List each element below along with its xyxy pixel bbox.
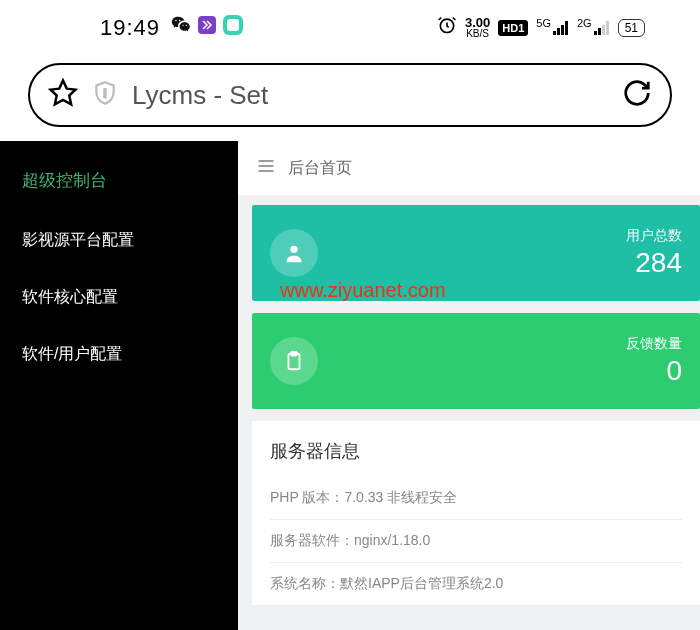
stat-right: 反馈数量 0 (626, 335, 682, 387)
status-bar: 19:49 3.00 KB/S HD1 5G 2G (0, 0, 700, 55)
star-icon[interactable] (48, 78, 78, 112)
status-left: 19:49 (100, 14, 244, 41)
svg-rect-5 (557, 28, 560, 35)
stat-card-users[interactable]: 用户总数 284 (252, 205, 700, 301)
status-time: 19:49 (100, 15, 160, 41)
sidebar-item-user-config[interactable]: 软件/用户配置 (0, 326, 238, 383)
network-speed: 3.00 KB/S (465, 16, 490, 39)
svg-rect-20 (291, 352, 297, 356)
info-title: 服务器信息 (270, 439, 682, 463)
info-row: 系统名称：默然IAPP后台管理系统2.0 (270, 563, 682, 605)
svg-point-13 (104, 89, 106, 91)
alarm-icon (437, 15, 457, 40)
sidebar-item-video-config[interactable]: 影视源平台配置 (0, 212, 238, 269)
url-bar-container: Lycms - Set (0, 55, 700, 141)
url-text[interactable]: Lycms - Set (132, 80, 608, 111)
status-app-icons (170, 14, 244, 41)
signal-5g: 5G (536, 21, 569, 35)
refresh-icon[interactable] (622, 78, 652, 112)
svg-rect-8 (594, 31, 597, 35)
svg-rect-2 (227, 19, 239, 31)
battery-indicator: 51 (618, 19, 645, 37)
stat-cards: 用户总数 284 反馈数量 0 服务器信息 PHP 版本：7.0.33 非线程安… (238, 195, 700, 605)
stat-value: 284 (626, 247, 682, 279)
signal-2g: 2G (577, 21, 610, 35)
svg-rect-7 (565, 21, 568, 35)
svg-point-18 (290, 246, 297, 253)
sidebar-item-core-config[interactable]: 软件核心配置 (0, 269, 238, 326)
svg-rect-9 (598, 28, 601, 35)
info-row: PHP 版本：7.0.33 非线程安全 (270, 477, 682, 520)
menu-icon[interactable] (256, 156, 276, 180)
info-row: 服务器软件：nginx/1.18.0 (270, 520, 682, 563)
stat-card-feedback[interactable]: 反馈数量 0 (252, 313, 700, 409)
svg-marker-12 (51, 81, 76, 105)
hd-badge: HD1 (498, 20, 528, 36)
stat-value: 0 (626, 355, 682, 387)
main-header: 后台首页 (238, 141, 700, 195)
page-title: 后台首页 (288, 158, 352, 179)
user-icon (270, 229, 318, 277)
stat-right: 用户总数 284 (626, 227, 682, 279)
svg-rect-4 (553, 31, 556, 35)
sidebar: 超级控制台 影视源平台配置 软件核心配置 软件/用户配置 (0, 141, 238, 630)
svg-rect-14 (104, 92, 105, 97)
clipboard-icon (270, 337, 318, 385)
app-icon-green (222, 14, 244, 41)
svg-rect-11 (606, 21, 609, 35)
server-info-panel: 服务器信息 PHP 版本：7.0.33 非线程安全 服务器软件：nginx/1.… (252, 421, 700, 605)
status-right: 3.00 KB/S HD1 5G 2G 51 (437, 15, 645, 40)
stat-label: 用户总数 (626, 227, 682, 245)
svg-rect-10 (602, 25, 605, 35)
url-bar[interactable]: Lycms - Set (28, 63, 672, 127)
wechat-icon (170, 14, 192, 41)
svg-rect-6 (561, 25, 564, 35)
app-icon-purple (198, 16, 216, 39)
stat-label: 反馈数量 (626, 335, 682, 353)
shield-icon[interactable] (92, 80, 118, 110)
app-area: 超级控制台 影视源平台配置 软件核心配置 软件/用户配置 后台首页 用户总数 2… (0, 141, 700, 630)
sidebar-title: 超级控制台 (0, 159, 238, 212)
main-content: 后台首页 用户总数 284 反馈数量 0 (238, 141, 700, 630)
